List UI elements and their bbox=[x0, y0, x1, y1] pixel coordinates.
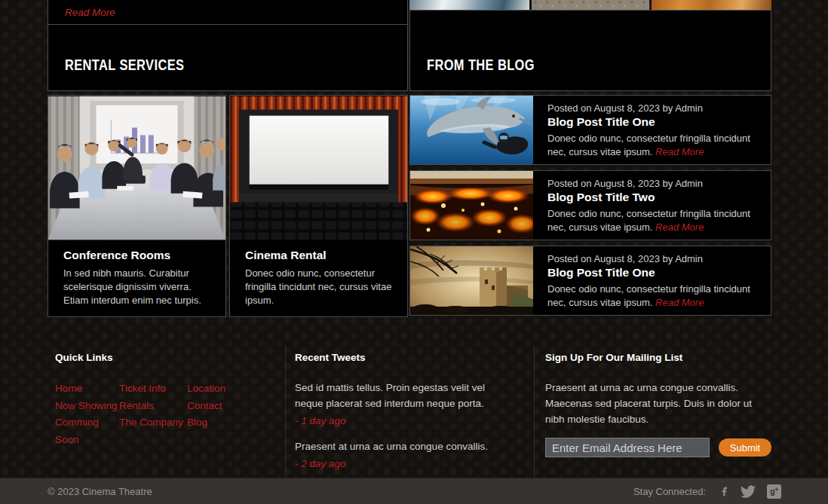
tweet-text: Sed id mattis tellus. Proin egestas veli… bbox=[295, 380, 515, 411]
stay-connected-label: Stay Connected: bbox=[633, 486, 706, 497]
post-read-more-link[interactable]: Read More bbox=[655, 221, 704, 233]
tweet-time[interactable]: - 2 day ago bbox=[295, 458, 534, 469]
post-body: Donec odio nunc, consectetur fringilla t… bbox=[547, 132, 765, 159]
post-body-text: Donec odio nunc, consectetur fringilla t… bbox=[547, 283, 750, 308]
quick-links-col-2: Ticket Info Rentals The Company bbox=[119, 380, 187, 447]
post-title[interactable]: Blog Post Title Two bbox=[547, 191, 765, 204]
post-meta: Posted on August 8, 2023 by Admin bbox=[547, 102, 765, 114]
cinema-rental-photo bbox=[230, 96, 407, 240]
footer-link-the-company[interactable]: The Company bbox=[119, 417, 183, 428]
rental-services-header: RENTAL SERVICES bbox=[48, 25, 408, 91]
footer: Quick Links Home Now Showing Comming Soo… bbox=[48, 345, 771, 481]
castle-thumbnail[interactable] bbox=[410, 246, 533, 315]
svg-text:+: + bbox=[774, 486, 778, 493]
blog-post-text: Posted on August 8, 2023 by Admin Blog P… bbox=[533, 246, 771, 315]
dolphin-thumbnail[interactable] bbox=[410, 96, 533, 164]
card-title: Conference Rooms bbox=[63, 249, 216, 262]
right-column: FROM THE BLOG bbox=[409, 0, 771, 321]
footer-quick-links: Quick Links Home Now Showing Comming Soo… bbox=[48, 345, 285, 481]
footer-link-home[interactable]: Home bbox=[55, 383, 82, 394]
recent-tweets-title: Recent Tweets bbox=[295, 352, 534, 363]
quick-links-col-1: Home Now Showing Comming Soon bbox=[55, 380, 119, 447]
social-links: Stay Connected: g + bbox=[633, 484, 781, 499]
fire-crater-thumbnail[interactable] bbox=[410, 171, 533, 240]
footer-link-comming-soon[interactable]: Comming Soon bbox=[55, 417, 99, 445]
footer-link-now-showing[interactable]: Now Showing bbox=[55, 400, 118, 411]
google-plus-icon[interactable]: g + bbox=[767, 484, 781, 499]
mailing-list-title: Sign Up For Our Mailing List bbox=[545, 352, 771, 363]
cropped-thumbnails-row bbox=[409, 0, 771, 10]
post-body-text: Donec odio nunc, consectetur fringilla t… bbox=[547, 133, 750, 157]
footer-link-rentals[interactable]: Rentals bbox=[119, 400, 154, 411]
post-body-text: Donec odio nunc, consectetur fringilla t… bbox=[547, 208, 750, 233]
blog-post-text: Posted on August 8, 2023 by Admin Blog P… bbox=[533, 96, 771, 164]
from-the-blog-header: FROM THE BLOG bbox=[409, 10, 771, 91]
water-thumbnail bbox=[409, 0, 529, 10]
card-caption: Conference Rooms In sed nibh mauris. Cur… bbox=[48, 240, 225, 316]
from-the-blog-title: FROM THE BLOG bbox=[427, 57, 535, 74]
mailing-list-body: Praesent at urna ac urna congue convalli… bbox=[545, 380, 771, 427]
facebook-icon[interactable] bbox=[720, 484, 729, 499]
footer-link-ticket-info[interactable]: Ticket Info bbox=[119, 383, 166, 394]
page: Read More RENTAL SERVICES bbox=[0, 0, 828, 504]
post-read-more-link[interactable]: Read More bbox=[655, 146, 704, 157]
rental-services-title: RENTAL SERVICES bbox=[65, 57, 184, 74]
post-meta: Posted on August 8, 2023 by Admin bbox=[547, 178, 765, 189]
blog-post: Posted on August 8, 2023 by Admin Blog P… bbox=[409, 170, 771, 240]
rental-card-cinema: Cinema Rental Donec odio nunc, consectet… bbox=[229, 95, 408, 317]
left-column: Read More RENTAL SERVICES bbox=[48, 0, 408, 317]
tweet-text: Praesent at urna ac urna congue convalli… bbox=[295, 438, 515, 454]
blog-list: Posted on August 8, 2023 by Admin Blog P… bbox=[409, 95, 771, 316]
top-read-more-box: Read More bbox=[48, 0, 408, 25]
mailing-form: Submit bbox=[545, 438, 771, 457]
footer-link-location[interactable]: Location bbox=[187, 383, 225, 394]
post-title[interactable]: Blog Post Title One bbox=[547, 115, 765, 129]
read-more-link[interactable]: Read More bbox=[65, 7, 115, 18]
quick-links-title: Quick Links bbox=[55, 352, 285, 363]
card-body: Donec odio nunc, consectetur fringilla t… bbox=[245, 267, 398, 307]
submit-button[interactable]: Submit bbox=[719, 438, 771, 457]
rental-card-conference: Conference Rooms In sed nibh mauris. Cur… bbox=[48, 95, 226, 317]
blog-post-text: Posted on August 8, 2023 by Admin Blog P… bbox=[533, 171, 771, 240]
card-title: Cinema Rental bbox=[245, 249, 398, 262]
post-body: Donec odio nunc, consectetur fringilla t… bbox=[547, 283, 765, 310]
card-caption: Cinema Rental Donec odio nunc, consectet… bbox=[230, 240, 407, 316]
bottom-bar: © 2023 Cinema Theatre Stay Connected: g … bbox=[0, 478, 828, 504]
footer-recent-tweets: Recent Tweets Sed id mattis tellus. Proi… bbox=[285, 345, 534, 481]
blog-post: Posted on August 8, 2023 by Admin Blog P… bbox=[409, 246, 771, 316]
post-title[interactable]: Blog Post Title One bbox=[547, 266, 765, 279]
quick-links-col-3: Location Contact Blog bbox=[187, 380, 247, 447]
copyright-text: © 2023 Cinema Theatre bbox=[48, 486, 152, 497]
conference-room-photo bbox=[48, 96, 225, 240]
orange-thumbnail bbox=[652, 0, 771, 10]
card-body: In sed nibh mauris. Curabitur scelerisqu… bbox=[63, 267, 216, 307]
email-input[interactable] bbox=[545, 438, 710, 457]
quick-links-columns: Home Now Showing Comming Soon Ticket Inf… bbox=[55, 380, 285, 447]
footer-mailing-list: Sign Up For Our Mailing List Praesent at… bbox=[534, 345, 771, 481]
blog-post: Posted on August 8, 2023 by Admin Blog P… bbox=[409, 95, 771, 165]
post-meta: Posted on August 8, 2023 by Admin bbox=[547, 253, 765, 264]
rental-cards: Conference Rooms In sed nibh mauris. Cur… bbox=[48, 95, 408, 317]
post-read-more-link[interactable]: Read More bbox=[655, 297, 704, 308]
tweet-time[interactable]: - 1 day ago bbox=[295, 415, 534, 426]
gravel-thumbnail bbox=[532, 0, 649, 10]
post-body: Donec odio nunc, consectetur fringilla t… bbox=[547, 207, 765, 234]
twitter-icon[interactable] bbox=[741, 485, 756, 498]
footer-link-contact[interactable]: Contact bbox=[187, 400, 222, 411]
footer-link-blog[interactable]: Blog bbox=[187, 417, 207, 428]
